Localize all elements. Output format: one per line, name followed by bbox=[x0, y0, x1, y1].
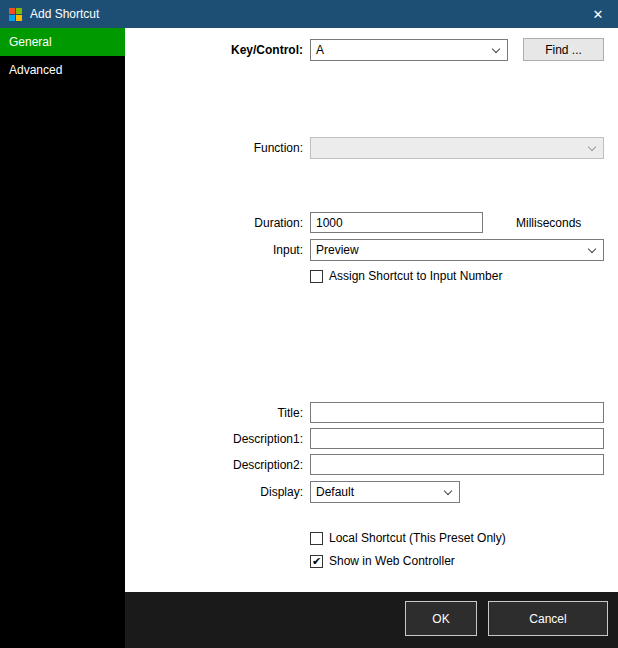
assign-shortcut-row: Assign Shortcut to Input Number bbox=[310, 269, 502, 283]
assign-shortcut-checkbox[interactable] bbox=[310, 270, 323, 283]
footer-bar: OK Cancel bbox=[125, 592, 618, 648]
key-control-row: Key/Control: A Find ... bbox=[125, 38, 618, 61]
function-row: Function: bbox=[125, 137, 618, 159]
local-shortcut-checkbox[interactable] bbox=[310, 532, 323, 545]
input-row: Input: Preview bbox=[125, 239, 618, 261]
chevron-down-icon bbox=[444, 487, 452, 495]
description2-row: Description2: bbox=[125, 454, 618, 475]
window-title: Add Shortcut bbox=[30, 7, 99, 21]
description1-label: Description1: bbox=[125, 432, 303, 446]
ok-button[interactable]: OK bbox=[405, 601, 477, 636]
chevron-down-icon bbox=[492, 44, 500, 52]
find-button[interactable]: Find ... bbox=[523, 38, 604, 61]
general-panel: Key/Control: A Find ... Function: Durati… bbox=[125, 28, 618, 648]
description1-input[interactable] bbox=[310, 428, 604, 449]
display-label: Display: bbox=[125, 485, 303, 499]
description2-label: Description2: bbox=[125, 458, 303, 472]
input-dropdown[interactable]: Preview bbox=[310, 239, 604, 261]
sidebar-item-label: Advanced bbox=[9, 63, 62, 77]
display-dropdown[interactable]: Default bbox=[310, 481, 460, 503]
duration-suffix: Milliseconds bbox=[516, 216, 581, 230]
chevron-down-icon bbox=[588, 245, 596, 253]
app-icon bbox=[9, 8, 22, 21]
display-row: Display: Default bbox=[125, 481, 618, 503]
sidebar-item-label: General bbox=[9, 35, 52, 49]
description2-input[interactable] bbox=[310, 454, 604, 475]
sidebar: General Advanced bbox=[0, 28, 125, 648]
cancel-button[interactable]: Cancel bbox=[488, 601, 608, 636]
key-control-dropdown[interactable]: A bbox=[310, 39, 508, 61]
web-controller-row: ✔ Show in Web Controller bbox=[310, 554, 455, 568]
titlebar: Add Shortcut ✕ bbox=[0, 0, 618, 28]
web-controller-checkbox[interactable]: ✔ bbox=[310, 555, 323, 568]
close-icon[interactable]: ✕ bbox=[578, 0, 618, 28]
function-dropdown[interactable] bbox=[310, 137, 604, 159]
duration-input[interactable] bbox=[310, 212, 483, 233]
duration-row: Duration: Milliseconds bbox=[125, 212, 618, 233]
description1-row: Description1: bbox=[125, 428, 618, 449]
add-shortcut-dialog: Add Shortcut ✕ General Advanced Key/Cont… bbox=[0, 0, 618, 648]
local-shortcut-label: Local Shortcut (This Preset Only) bbox=[329, 531, 506, 545]
function-label: Function: bbox=[125, 141, 303, 155]
title-input[interactable] bbox=[310, 402, 604, 423]
sidebar-item-advanced[interactable]: Advanced bbox=[0, 56, 125, 84]
title-label: Title: bbox=[125, 406, 303, 420]
input-label: Input: bbox=[125, 243, 303, 257]
sidebar-item-general[interactable]: General bbox=[0, 28, 125, 56]
key-control-value: A bbox=[316, 43, 324, 57]
title-row: Title: bbox=[125, 402, 618, 423]
input-value: Preview bbox=[316, 243, 359, 257]
key-control-label: Key/Control: bbox=[125, 43, 303, 57]
chevron-down-icon bbox=[588, 143, 596, 151]
duration-label: Duration: bbox=[125, 216, 303, 230]
display-value: Default bbox=[316, 485, 354, 499]
web-controller-label: Show in Web Controller bbox=[329, 554, 455, 568]
local-shortcut-row: Local Shortcut (This Preset Only) bbox=[310, 531, 506, 545]
assign-shortcut-label: Assign Shortcut to Input Number bbox=[329, 269, 502, 283]
